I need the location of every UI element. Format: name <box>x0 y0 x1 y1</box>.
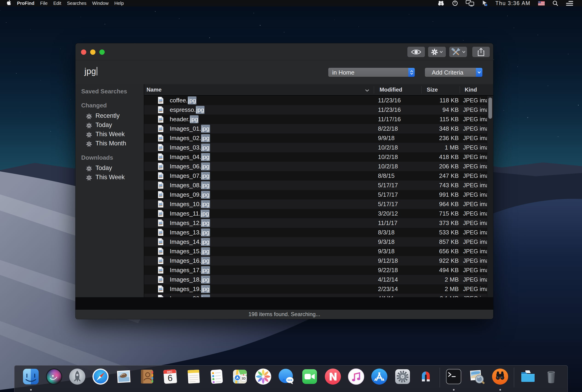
dock-item-facetime[interactable] <box>300 367 319 390</box>
dock-item-photos[interactable] <box>254 367 272 390</box>
file-kind: JPEG image <box>463 190 487 200</box>
zoom-button[interactable] <box>100 50 105 55</box>
table-row[interactable]: Images_14.jpg9/3/18857 KBJPEG image <box>144 237 487 246</box>
minimize-button[interactable] <box>90 50 96 55</box>
table-row[interactable]: Images_15.jpg9/3/18656 KBJPEG image <box>144 246 487 256</box>
column-header-kind[interactable]: Kind <box>465 84 477 95</box>
scrollbar-thumb[interactable] <box>488 98 492 119</box>
scrollbar-track[interactable] <box>487 96 493 297</box>
table-row[interactable]: Images_19.jpg2/23/142 MBJPEG image <box>144 284 487 294</box>
menu-item-help[interactable]: Help <box>114 0 124 6</box>
file-kind: JPEG image <box>463 152 487 162</box>
window-titlebar[interactable] <box>76 43 493 61</box>
table-row[interactable]: Images_03.jpg10/2/181 MBJPEG image <box>144 143 487 152</box>
dock-item-finder[interactable] <box>22 367 40 390</box>
pointer-icon[interactable] <box>482 0 488 6</box>
power-circle-icon[interactable] <box>452 0 458 6</box>
us-flag-icon[interactable] <box>538 1 545 6</box>
spotlight-icon[interactable] <box>552 0 558 6</box>
table-row[interactable]: Images_20.jpg4/1/112.1 MBJPEG image <box>144 294 487 297</box>
preview-eye-button[interactable] <box>408 47 425 57</box>
dock-item-contacts[interactable] <box>138 367 156 390</box>
menu-bar: ProFind FileEditSearchesWindowHelp Thu 3… <box>0 0 582 6</box>
table-row[interactable]: Images_10.jpg5/17/17964 KBJPEG image <box>144 200 487 209</box>
file-kind: JPEG image <box>463 134 487 143</box>
actions-gear-button[interactable] <box>428 47 446 57</box>
dock-item-documents-folder[interactable] <box>518 367 537 390</box>
text-caret <box>96 67 97 76</box>
table-row[interactable]: Images_12.jpg11/1/17373 KBJPEG image <box>144 218 487 228</box>
displays-icon[interactable] <box>466 0 474 6</box>
table-row[interactable]: Images_18.jpg4/12/142 MBJPEG image <box>144 275 487 284</box>
table-row[interactable]: Images_09.jpg5/17/17991 KBJPEG image <box>144 190 487 200</box>
file-modified: 11/17/16 <box>378 114 401 124</box>
table-row[interactable]: Images_06.jpg10/2/18206 KBJPEG image <box>144 162 487 171</box>
dock-item-news[interactable] <box>324 367 342 390</box>
add-criteria-button[interactable]: Add Criteria <box>425 68 482 77</box>
table-row[interactable]: Images_11.jpg3/20/12715 KBJPEG image <box>144 209 487 218</box>
file-modified: 9/12/18 <box>378 256 398 266</box>
dock-item-profind[interactable] <box>491 367 510 390</box>
file-kind: JPEG image <box>463 275 487 284</box>
close-button[interactable] <box>81 50 86 55</box>
match-highlight: jpg <box>201 276 210 284</box>
file-kind: JPEG image <box>463 209 487 218</box>
file-name: Images_02.jpg <box>170 134 210 143</box>
dock-item-notes[interactable] <box>184 367 203 390</box>
file-kind: JPEG image <box>463 105 487 114</box>
dock-item-messages[interactable] <box>277 367 296 390</box>
dock-item-preview[interactable] <box>468 367 486 390</box>
column-header-name[interactable]: Name <box>146 84 162 95</box>
file-size: 743 KB <box>422 180 459 190</box>
table-row[interactable]: coffee.jpg11/23/16118 KBJPEG image <box>144 96 487 105</box>
dock-item-mail[interactable] <box>114 367 133 390</box>
menu-app-name[interactable]: ProFind <box>17 0 34 6</box>
table-row[interactable]: Images_01.jpg8/22/18348 KBJPEG image <box>144 124 487 134</box>
menu-item-edit[interactable]: Edit <box>53 0 61 6</box>
table-row[interactable]: Images_08.jpg5/17/17743 KBJPEG image <box>144 180 487 190</box>
tools-button[interactable] <box>449 47 467 57</box>
dock-item-calendar[interactable]: DEC6 <box>161 367 180 390</box>
search-input[interactable]: jpg <box>84 66 97 76</box>
dock-item-launchpad[interactable] <box>68 367 87 390</box>
table-row[interactable]: header.jpg11/17/16115 KBJPEG image <box>144 114 487 124</box>
notification-center-icon[interactable] <box>566 0 573 6</box>
table-row[interactable]: Images_16.jpg9/12/18922 KBJPEG image <box>144 256 487 266</box>
menu-item-window[interactable]: Window <box>92 0 108 6</box>
file-kind: JPEG image <box>463 284 487 294</box>
jpeg-file-icon <box>158 116 164 123</box>
status-bar: 198 items found. Searching... <box>76 310 493 319</box>
table-row[interactable]: Images_17.jpg9/22/18494 KBJPEG image <box>144 266 487 275</box>
dock-item-safari[interactable] <box>91 367 110 390</box>
table-row[interactable]: Images_07.jpg8/8/15247 KBJPEG image <box>144 171 487 180</box>
file-size: 236 KB <box>422 134 459 143</box>
table-row[interactable]: espresso.jpg11/23/1694 KBJPEG image <box>144 105 487 114</box>
dock-item-itunes[interactable] <box>347 367 366 390</box>
dock-item-magnet[interactable] <box>416 367 435 390</box>
menu-clock[interactable]: Thu 3:36 AM <box>496 0 530 6</box>
table-row[interactable]: Images_02.jpg9/9/18236 KBJPEG image <box>144 134 487 143</box>
menu-item-searches[interactable]: Searches <box>67 0 86 6</box>
dock-divider <box>440 368 440 388</box>
scope-select[interactable]: in Home <box>328 68 415 77</box>
gear-icon <box>86 140 92 146</box>
dock-item-system-preferences[interactable] <box>393 367 412 390</box>
dock-item-trash[interactable] <box>542 367 560 390</box>
table-row[interactable]: Images_04.jpg10/2/18418 KBJPEG image <box>144 152 487 162</box>
dock-item-siri[interactable] <box>45 367 64 390</box>
table-row[interactable]: Images_13.jpg8/3/18533 KBJPEG image <box>144 228 487 237</box>
column-header-modified[interactable]: Modified <box>380 84 402 95</box>
menu-item-file[interactable]: File <box>40 0 48 6</box>
dock-item-terminal[interactable] <box>444 367 463 390</box>
column-header-size[interactable]: Size <box>427 84 438 95</box>
gear-icon <box>86 165 92 171</box>
dock-item-appstore[interactable] <box>370 367 389 390</box>
dock-divider <box>514 368 514 388</box>
gear-icon <box>86 131 92 137</box>
dock-item-maps[interactable]: 3D <box>230 367 249 390</box>
binoculars-icon[interactable] <box>438 1 444 6</box>
apple-menu-icon[interactable] <box>7 0 11 6</box>
dock-item-reminders[interactable] <box>207 367 226 390</box>
share-button[interactable] <box>472 47 490 57</box>
file-modified: 10/2/18 <box>378 152 398 162</box>
